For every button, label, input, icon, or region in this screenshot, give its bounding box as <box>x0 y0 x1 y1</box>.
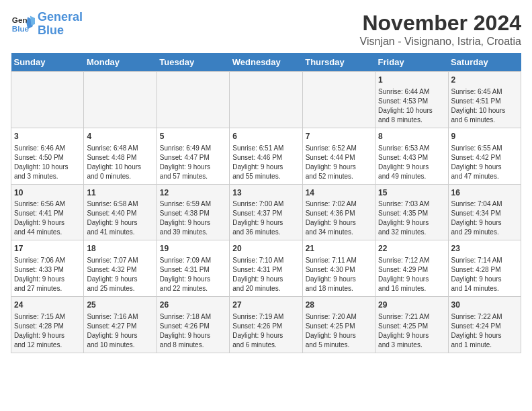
day-info: Sunrise: 7:00 AM Sunset: 4:37 PM Dayligh… <box>232 199 299 237</box>
day-number: 6 <box>232 131 299 142</box>
day-number: 7 <box>306 131 372 142</box>
day-number: 10 <box>14 187 81 199</box>
day-info: Sunrise: 7:14 AM Sunset: 4:28 PM Dayligh… <box>451 256 518 293</box>
calendar-cell: 2Sunrise: 6:45 AM Sunset: 4:51 PM Daylig… <box>448 72 521 128</box>
day-info: Sunrise: 7:03 AM Sunset: 4:35 PM Dayligh… <box>378 199 445 237</box>
calendar-cell: 3Sunrise: 6:46 AM Sunset: 4:50 PM Daylig… <box>11 128 84 184</box>
calendar-cell: 12Sunrise: 6:59 AM Sunset: 4:38 PM Dayli… <box>157 184 229 240</box>
calendar-cell: 4Sunrise: 6:48 AM Sunset: 4:48 PM Daylig… <box>84 128 157 184</box>
calendar-week-row: 17Sunrise: 7:06 AM Sunset: 4:33 PM Dayli… <box>11 240 521 297</box>
calendar-cell: 22Sunrise: 7:12 AM Sunset: 4:29 PM Dayli… <box>375 240 448 297</box>
day-number: 23 <box>451 243 518 255</box>
calendar-cell: 14Sunrise: 7:02 AM Sunset: 4:36 PM Dayli… <box>302 184 375 240</box>
day-number: 4 <box>87 131 153 142</box>
calendar-cell: 29Sunrise: 7:21 AM Sunset: 4:25 PM Dayli… <box>375 297 448 353</box>
calendar-cell: 11Sunrise: 6:58 AM Sunset: 4:40 PM Dayli… <box>84 184 157 240</box>
day-number: 26 <box>160 300 226 311</box>
weekday-header-saturday: Saturday <box>448 53 521 72</box>
day-number: 11 <box>87 187 153 199</box>
day-info: Sunrise: 7:10 AM Sunset: 4:31 PM Dayligh… <box>232 256 299 293</box>
calendar-cell: 24Sunrise: 7:15 AM Sunset: 4:28 PM Dayli… <box>11 297 84 353</box>
day-info: Sunrise: 6:52 AM Sunset: 4:44 PM Dayligh… <box>306 144 372 181</box>
calendar-header: SundayMondayTuesdayWednesdayThursdayFrid… <box>11 53 521 72</box>
calendar-week-row: 24Sunrise: 7:15 AM Sunset: 4:28 PM Dayli… <box>11 297 521 353</box>
page-title: November 2024 <box>360 11 521 36</box>
day-number: 27 <box>232 300 299 311</box>
calendar-cell: 28Sunrise: 7:20 AM Sunset: 4:25 PM Dayli… <box>302 297 375 353</box>
calendar-cell <box>84 72 157 128</box>
calendar-cell: 5Sunrise: 6:49 AM Sunset: 4:47 PM Daylig… <box>157 128 229 184</box>
day-number: 22 <box>378 243 445 255</box>
calendar-table: SundayMondayTuesdayWednesdayThursdayFrid… <box>11 53 521 353</box>
calendar-cell <box>11 72 84 128</box>
calendar-cell: 18Sunrise: 7:07 AM Sunset: 4:32 PM Dayli… <box>84 240 157 297</box>
calendar-cell: 1Sunrise: 6:44 AM Sunset: 4:53 PM Daylig… <box>375 72 448 128</box>
day-info: Sunrise: 7:06 AM Sunset: 4:33 PM Dayligh… <box>14 256 81 293</box>
day-info: Sunrise: 7:15 AM Sunset: 4:28 PM Dayligh… <box>14 312 81 350</box>
weekday-header-sunday: Sunday <box>11 53 84 72</box>
calendar-week-row: 10Sunrise: 6:56 AM Sunset: 4:41 PM Dayli… <box>11 184 521 240</box>
day-info: Sunrise: 6:55 AM Sunset: 4:42 PM Dayligh… <box>451 144 518 181</box>
day-info: Sunrise: 7:19 AM Sunset: 4:26 PM Dayligh… <box>232 312 299 350</box>
title-block: November 2024 Visnjan - Visignano, Istri… <box>360 11 521 48</box>
day-info: Sunrise: 7:04 AM Sunset: 4:34 PM Dayligh… <box>451 199 518 237</box>
weekday-header-wednesday: Wednesday <box>230 53 302 72</box>
day-info: Sunrise: 6:44 AM Sunset: 4:53 PM Dayligh… <box>378 87 445 125</box>
day-number: 14 <box>306 187 372 199</box>
day-number: 5 <box>160 131 226 142</box>
weekday-header-friday: Friday <box>375 53 448 72</box>
calendar-cell: 21Sunrise: 7:11 AM Sunset: 4:30 PM Dayli… <box>302 240 375 297</box>
day-info: Sunrise: 7:21 AM Sunset: 4:25 PM Dayligh… <box>378 312 445 350</box>
day-info: Sunrise: 7:11 AM Sunset: 4:30 PM Dayligh… <box>306 256 372 293</box>
day-number: 12 <box>160 187 226 199</box>
weekday-header-thursday: Thursday <box>302 53 375 72</box>
logo-line1: General <box>38 10 83 24</box>
day-info: Sunrise: 6:51 AM Sunset: 4:46 PM Dayligh… <box>232 144 299 181</box>
day-number: 8 <box>378 131 445 142</box>
day-number: 3 <box>14 131 81 142</box>
day-info: Sunrise: 7:20 AM Sunset: 4:25 PM Dayligh… <box>306 312 372 350</box>
day-number: 15 <box>378 187 445 199</box>
calendar-cell: 19Sunrise: 7:09 AM Sunset: 4:31 PM Dayli… <box>157 240 229 297</box>
day-info: Sunrise: 6:56 AM Sunset: 4:41 PM Dayligh… <box>14 199 81 237</box>
logo-line2: Blue <box>38 24 64 37</box>
calendar-cell <box>302 72 375 128</box>
day-info: Sunrise: 7:02 AM Sunset: 4:36 PM Dayligh… <box>306 199 372 237</box>
page-subtitle: Visnjan - Visignano, Istria, Croatia <box>360 36 521 48</box>
calendar-cell: 7Sunrise: 6:52 AM Sunset: 4:44 PM Daylig… <box>302 128 375 184</box>
calendar-cell: 13Sunrise: 7:00 AM Sunset: 4:37 PM Dayli… <box>230 184 302 240</box>
day-number: 25 <box>87 300 153 311</box>
calendar-cell: 30Sunrise: 7:22 AM Sunset: 4:24 PM Dayli… <box>448 297 521 353</box>
calendar-cell <box>157 72 229 128</box>
weekday-header-tuesday: Tuesday <box>157 53 229 72</box>
calendar-cell: 26Sunrise: 7:18 AM Sunset: 4:26 PM Dayli… <box>157 297 229 353</box>
day-info: Sunrise: 6:59 AM Sunset: 4:38 PM Dayligh… <box>160 199 226 237</box>
day-number: 24 <box>14 300 81 311</box>
day-number: 30 <box>451 300 518 311</box>
calendar-cell: 17Sunrise: 7:06 AM Sunset: 4:33 PM Dayli… <box>11 240 84 297</box>
calendar-cell: 15Sunrise: 7:03 AM Sunset: 4:35 PM Dayli… <box>375 184 448 240</box>
calendar-cell: 25Sunrise: 7:16 AM Sunset: 4:27 PM Dayli… <box>84 297 157 353</box>
calendar-cell: 20Sunrise: 7:10 AM Sunset: 4:31 PM Dayli… <box>230 240 302 297</box>
day-number: 17 <box>14 243 81 255</box>
day-number: 29 <box>378 300 445 311</box>
calendar-body: 1Sunrise: 6:44 AM Sunset: 4:53 PM Daylig… <box>11 72 521 353</box>
calendar-cell: 10Sunrise: 6:56 AM Sunset: 4:41 PM Dayli… <box>11 184 84 240</box>
day-number: 19 <box>160 243 226 255</box>
day-info: Sunrise: 7:12 AM Sunset: 4:29 PM Dayligh… <box>378 256 445 293</box>
day-number: 13 <box>232 187 299 199</box>
day-info: Sunrise: 6:45 AM Sunset: 4:51 PM Dayligh… <box>451 87 518 125</box>
logo-text: General Blue <box>38 11 83 38</box>
svg-text:Blue: Blue <box>12 24 30 33</box>
logo-icon: General Blue <box>11 12 35 36</box>
calendar-week-row: 3Sunrise: 6:46 AM Sunset: 4:50 PM Daylig… <box>11 128 521 184</box>
calendar-cell: 16Sunrise: 7:04 AM Sunset: 4:34 PM Dayli… <box>448 184 521 240</box>
day-info: Sunrise: 7:18 AM Sunset: 4:26 PM Dayligh… <box>160 312 226 350</box>
calendar-cell: 27Sunrise: 7:19 AM Sunset: 4:26 PM Dayli… <box>230 297 302 353</box>
calendar-week-row: 1Sunrise: 6:44 AM Sunset: 4:53 PM Daylig… <box>11 72 521 128</box>
day-number: 16 <box>451 187 518 199</box>
day-info: Sunrise: 7:09 AM Sunset: 4:31 PM Dayligh… <box>160 256 226 293</box>
logo: General Blue General Blue <box>11 11 83 38</box>
calendar-cell: 6Sunrise: 6:51 AM Sunset: 4:46 PM Daylig… <box>230 128 302 184</box>
day-info: Sunrise: 7:07 AM Sunset: 4:32 PM Dayligh… <box>87 256 153 293</box>
